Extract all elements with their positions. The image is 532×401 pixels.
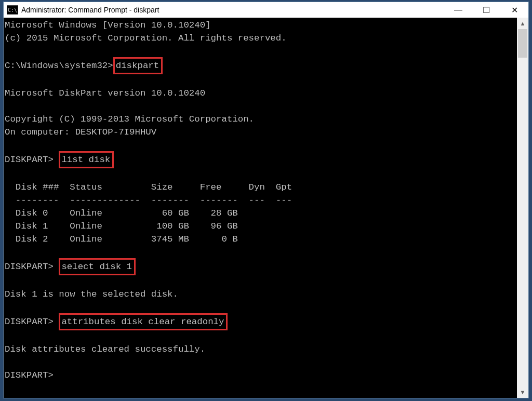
table-row: Disk 0 Online 60 GB 28 GB xyxy=(5,208,238,218)
highlighted-command-diskpart: diskpart xyxy=(113,57,163,74)
command-prompt-window: C:\ Administrator: Command Prompt - disk… xyxy=(3,2,529,398)
line: Copyright (C) 1999-2013 Microsoft Corpor… xyxy=(5,114,254,124)
table-row: Disk 2 Online 3745 MB 0 B xyxy=(5,234,238,244)
prompt: DISKPART> xyxy=(5,370,54,380)
cmd-icon: C:\ xyxy=(7,5,18,15)
scroll-track[interactable] xyxy=(517,29,528,386)
prompt: DISKPART> xyxy=(5,262,59,272)
highlighted-command-list-disk: list disk xyxy=(59,151,114,168)
minimize-button[interactable]: — xyxy=(444,2,472,18)
window-title: Administrator: Command Prompt - diskpart xyxy=(21,6,159,14)
table-row: Disk 1 Online 100 GB 96 GB xyxy=(5,221,238,231)
line: (c) 2015 Microsoft Corporation. All righ… xyxy=(5,33,287,43)
titlebar[interactable]: C:\ Administrator: Command Prompt - disk… xyxy=(4,2,528,18)
svg-text:C:\: C:\ xyxy=(8,7,17,13)
highlighted-command-select-disk: select disk 1 xyxy=(59,258,136,275)
window-controls: — ☐ ✕ xyxy=(444,2,528,18)
vertical-scrollbar[interactable]: ▲ ▼ xyxy=(517,18,528,398)
table-header: Disk ### Status Size Free Dyn Gpt xyxy=(5,182,292,192)
scroll-thumb[interactable] xyxy=(518,29,527,58)
line: Microsoft Windows [Version 10.0.10240] xyxy=(5,20,211,30)
prompt: C:\Windows\system32> xyxy=(5,61,113,71)
line: Disk attributes cleared successfully. xyxy=(5,344,205,354)
prompt: DISKPART> xyxy=(5,317,59,327)
scroll-up-arrow-icon[interactable]: ▲ xyxy=(517,18,528,29)
terminal-output[interactable]: Microsoft Windows [Version 10.0.10240] (… xyxy=(4,18,517,398)
highlighted-command-attributes: attributes disk clear readonly xyxy=(59,313,228,330)
scroll-down-arrow-icon[interactable]: ▼ xyxy=(517,386,528,398)
close-button[interactable]: ✕ xyxy=(500,2,528,18)
line: Disk 1 is now the selected disk. xyxy=(5,289,178,299)
line: On computer: DESKTOP-7I9HHUV xyxy=(5,127,156,137)
client-area: Microsoft Windows [Version 10.0.10240] (… xyxy=(4,18,528,398)
table-divider: -------- ------------- ------- ------- -… xyxy=(5,195,292,205)
maximize-button[interactable]: ☐ xyxy=(472,2,500,18)
prompt: DISKPART> xyxy=(5,155,59,165)
line: Microsoft DiskPart version 10.0.10240 xyxy=(5,88,205,98)
